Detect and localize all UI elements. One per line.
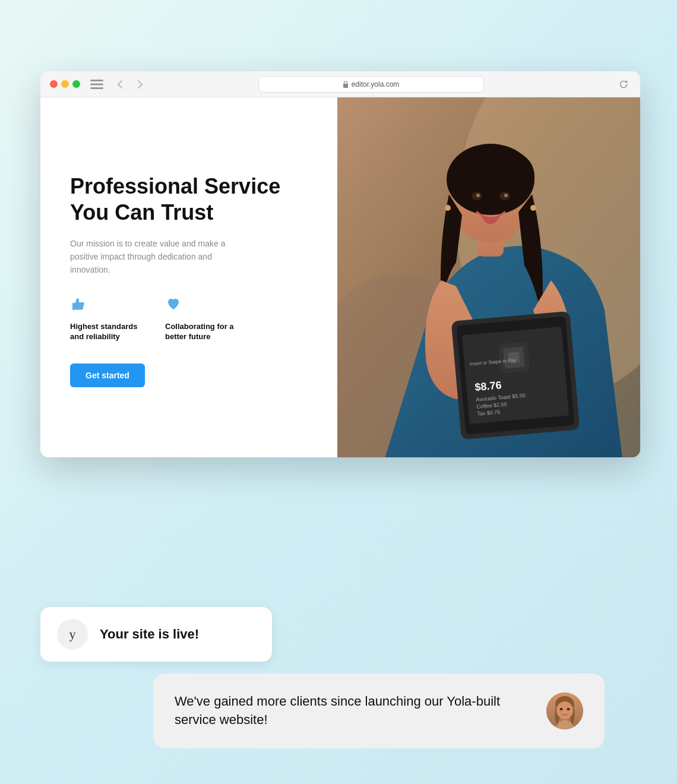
svg-point-16 — [530, 205, 536, 211]
traffic-lights — [50, 80, 80, 88]
svg-point-31 — [560, 708, 563, 710]
lock-icon — [343, 81, 349, 88]
user-avatar — [546, 693, 583, 729]
feature-item-2: Collaborating for a better future — [165, 296, 242, 342]
forward-button[interactable] — [134, 78, 147, 91]
feature-1-label: Highest standards and reliability — [70, 322, 147, 342]
heart-icon — [165, 296, 242, 316]
svg-rect-4 — [72, 303, 75, 310]
svg-point-15 — [445, 205, 451, 211]
left-panel: Professional Service You Can Trust Our m… — [40, 97, 337, 457]
testimonial-notification: We've gained more clients since launchin… — [153, 674, 605, 748]
svg-point-13 — [476, 194, 480, 197]
right-panel: $8.76 Avocado Toast $5.50 Coffee $2.50 T… — [337, 97, 640, 457]
woman-illustration: $8.76 Avocado Toast $5.50 Coffee $2.50 T… — [337, 97, 640, 457]
url-text: editor.yola.com — [352, 80, 400, 88]
features-row: Highest standards and reliability Collab… — [70, 296, 308, 342]
hero-subtitle: Our mission is to create value and make … — [70, 237, 236, 277]
testimonial-text: We've gained more clients since launchin… — [175, 693, 534, 729]
address-bar[interactable]: editor.yola.com — [258, 76, 484, 93]
feature-item-1: Highest standards and reliability — [70, 296, 147, 342]
svg-rect-2 — [90, 87, 103, 89]
notifications-area: y Your site is live! We've gained more c… — [40, 607, 605, 748]
yola-avatar: y — [57, 619, 88, 650]
svg-text:$8.76: $8.76 — [474, 379, 502, 393]
browser-chrome: editor.yola.com — [40, 71, 640, 97]
browser-content: Professional Service You Can Trust Our m… — [40, 97, 640, 457]
user-portrait — [546, 693, 583, 729]
maximize-button[interactable] — [72, 80, 80, 88]
back-button[interactable] — [113, 78, 126, 91]
hero-title: Professional Service You Can Trust — [70, 173, 308, 225]
close-button[interactable] — [50, 80, 58, 88]
thumbs-up-icon — [70, 296, 147, 316]
sidebar-icon[interactable] — [87, 78, 106, 91]
hero-image: $8.76 Avocado Toast $5.50 Coffee $2.50 T… — [337, 97, 640, 457]
svg-point-30 — [556, 701, 573, 719]
live-notification-text: Your site is live! — [100, 627, 199, 642]
svg-point-32 — [567, 708, 570, 710]
minimize-button[interactable] — [61, 80, 69, 88]
feature-2-label: Collaborating for a better future — [165, 322, 242, 342]
svg-rect-1 — [90, 83, 103, 85]
get-started-button[interactable]: Get started — [70, 363, 145, 387]
site-live-notification: y Your site is live! — [40, 607, 272, 662]
svg-point-14 — [504, 194, 508, 197]
svg-rect-3 — [343, 84, 348, 88]
browser-window: editor.yola.com Professional Service You… — [40, 71, 640, 457]
svg-rect-0 — [90, 80, 103, 81]
reload-button[interactable] — [619, 80, 628, 89]
